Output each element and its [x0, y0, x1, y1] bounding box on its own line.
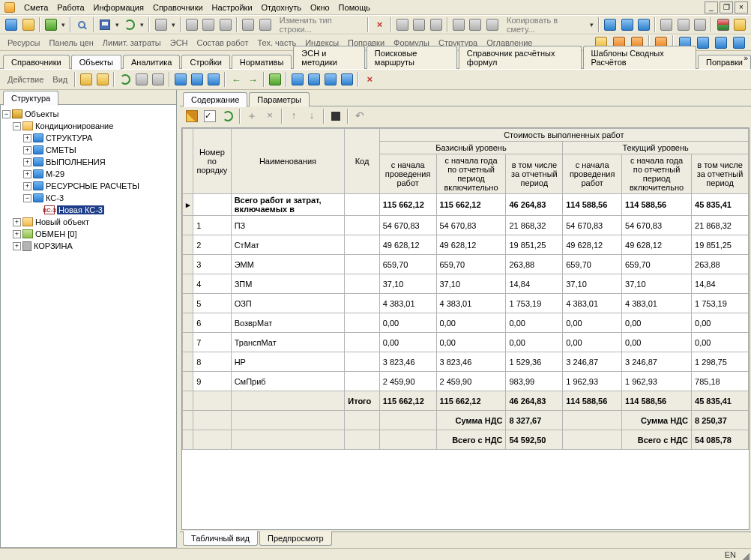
table-row[interactable]: 6ВозврМат0,000,000,000,000,000,00	[183, 313, 749, 333]
menu-item[interactable]: Работа	[52, 1, 88, 13]
tool-icon[interactable]	[20, 16, 35, 33]
confirm-icon[interactable]: ✓	[202, 108, 218, 124]
stop-icon[interactable]	[328, 108, 344, 124]
tool-icon[interactable]	[218, 16, 233, 33]
tab-structure[interactable]: Структура	[3, 91, 58, 106]
refresh-icon[interactable]	[122, 16, 137, 33]
tool-icon[interactable]	[468, 16, 483, 33]
tool-icon[interactable]	[184, 16, 199, 33]
excel-icon[interactable]	[43, 16, 58, 33]
arrow-right-icon[interactable]: →	[245, 72, 260, 87]
bottom-tab[interactable]: Табличный вид	[183, 531, 258, 546]
view-menu[interactable]: Вид	[48, 73, 72, 85]
menu-item[interactable]: Отдохнуть	[257, 1, 307, 13]
tool-icon[interactable]	[619, 16, 634, 33]
tool-icon[interactable]	[257, 16, 272, 33]
refresh-icon[interactable]	[118, 72, 133, 87]
main-tab[interactable]: Справочник расчётных формул	[459, 46, 582, 69]
tool-icon[interactable]	[290, 72, 305, 87]
tree-view[interactable]: −Объекты−Кондиционирование+СТРУКТУРА+СМЕ…	[0, 105, 176, 548]
indent-icon[interactable]	[731, 34, 747, 51]
close-button[interactable]: ×	[735, 1, 748, 13]
main-tab[interactable]: Нормативы	[232, 55, 292, 69]
help-icon[interactable]	[732, 16, 747, 33]
tree-node[interactable]: +СТРУКТУРА	[2, 132, 175, 144]
restore-button[interactable]: ❐	[720, 1, 733, 13]
indent-icon[interactable]	[695, 34, 711, 51]
tool-icon[interactable]	[340, 72, 355, 87]
menu-item[interactable]: Помощь	[334, 1, 376, 13]
table-row[interactable]: 3ЭММ659,70659,70263,88659,70659,70263,88	[183, 255, 749, 274]
main-tab[interactable]: ЭСН и методики	[293, 46, 365, 69]
link-item[interactable]: ЭСН	[166, 37, 193, 49]
chevron-down-icon[interactable]: ▾	[113, 21, 121, 28]
tool-icon[interactable]	[268, 72, 283, 87]
move-down-icon[interactable]: ↓	[304, 108, 320, 124]
folder-icon[interactable]	[95, 72, 110, 87]
table-row[interactable]: 2СтМат49 628,1249 628,1219 851,2549 628,…	[183, 235, 749, 255]
chevron-down-icon[interactable]: ▾	[138, 21, 146, 28]
copy-to-estimate-button[interactable]: Копировать в смету...	[501, 16, 588, 33]
table-row[interactable]: 1ПЗ54 670,8354 670,8321 868,3254 670,835…	[183, 216, 749, 235]
tool-icon[interactable]	[485, 16, 500, 33]
bottom-tab[interactable]: Предпросмотр	[259, 532, 332, 546]
tree-node[interactable]: +ОБМЕН [0]	[2, 228, 175, 240]
tool-icon[interactable]	[201, 16, 216, 33]
tree-node[interactable]: +РЕСУРСНЫЕ РАСЧЕТЫ	[2, 180, 175, 192]
search-icon[interactable]	[74, 16, 89, 33]
change-row-type-button[interactable]: Изменить тип строки...	[274, 16, 365, 33]
tool-icon[interactable]	[206, 72, 221, 87]
totals-row[interactable]: ▸Всего работ и затрат, включаемых в115 6…	[183, 194, 749, 216]
tree-node[interactable]: +КОРЗИНА	[2, 240, 175, 252]
menu-item[interactable]: Информация	[89, 1, 148, 13]
main-tab[interactable]: Поправки	[698, 55, 751, 69]
tree-node[interactable]: −Кондиционирование	[2, 120, 175, 132]
main-tab[interactable]: Шаблоны Сводных Расчётов	[583, 46, 696, 69]
data-grid[interactable]: Номер по порядкуНаименованияКодСтоимость…	[181, 127, 750, 530]
menu-item[interactable]: Окно	[306, 1, 334, 13]
chevron-down-icon[interactable]: ▾	[59, 21, 67, 28]
menu-item[interactable]: Справочники	[148, 1, 208, 13]
tool-icon[interactable]	[411, 16, 426, 33]
tree-node[interactable]: −КС-3	[2, 192, 175, 204]
delete-icon[interactable]: ×	[372, 16, 387, 33]
link-item[interactable]: Панель цен	[44, 37, 97, 49]
tool-icon[interactable]	[151, 72, 166, 87]
tool-icon[interactable]	[636, 16, 651, 33]
tool-icon[interactable]	[4, 16, 19, 33]
tree-node[interactable]: +Новый объект	[2, 216, 175, 228]
tree-node[interactable]: +СМЕТЫ	[2, 144, 175, 156]
menu-item[interactable]: Смета	[19, 1, 52, 13]
menu-item[interactable]: Настройки	[208, 1, 257, 13]
tool-icon[interactable]	[153, 16, 168, 33]
tool-icon[interactable]	[603, 16, 618, 33]
arrow-left-icon[interactable]: ←	[229, 72, 244, 87]
tool-icon[interactable]	[173, 72, 188, 87]
minimize-button[interactable]: _	[705, 1, 718, 13]
folder-up-icon[interactable]	[79, 72, 94, 87]
delete-row-icon[interactable]: ×	[262, 108, 278, 124]
close-tab-icon[interactable]: ×	[362, 72, 377, 87]
table-row[interactable]: 5ОЗП4 383,014 383,011 753,194 383,014 38…	[183, 294, 749, 313]
table-row[interactable]: 9СмПриб2 459,902 459,90983,991 962,931 9…	[183, 372, 749, 391]
link-item[interactable]: Лимит. затраты	[98, 37, 166, 49]
tree-node[interactable]: −Объекты	[2, 108, 175, 120]
inner-tab[interactable]: Содержание	[183, 92, 247, 107]
book-icon[interactable]	[715, 16, 730, 33]
tree-node[interactable]: КС-3Новая КС-3	[2, 204, 175, 216]
table-row[interactable]: 8НР3 823,463 823,461 529,363 246,873 246…	[183, 352, 749, 372]
save-icon[interactable]	[97, 16, 112, 33]
refresh-icon[interactable]	[220, 108, 236, 124]
tree-node[interactable]: +ВЫПОЛНЕНИЯ	[2, 156, 175, 168]
chevron-down-icon[interactable]: ▾	[588, 21, 596, 28]
link-item[interactable]: Ресурсы	[3, 37, 44, 49]
table-row[interactable]: 4ЗПМ37,1037,1014,8437,1037,1014,84	[183, 274, 749, 294]
undo-icon[interactable]: ↶	[352, 108, 368, 124]
main-tab[interactable]: Справочники	[3, 55, 70, 69]
action-menu[interactable]: Действие	[3, 73, 48, 85]
inner-tab[interactable]: Параметры	[249, 92, 310, 106]
link-item[interactable]: Состав работ	[193, 37, 253, 49]
tool-icon[interactable]	[307, 72, 322, 87]
tool-icon[interactable]	[676, 16, 691, 33]
tool-icon[interactable]	[693, 16, 708, 33]
